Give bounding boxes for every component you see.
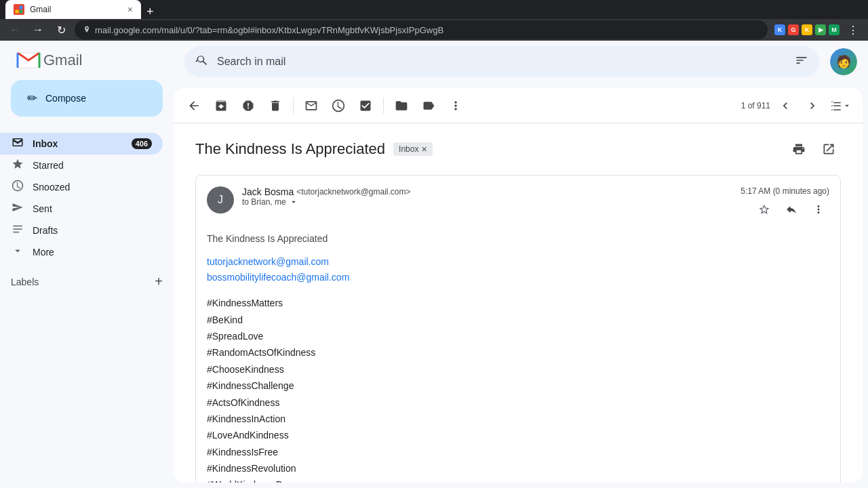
address-bar[interactable]: mail.google.com/mail/u/0/?tab=rm&ogbl#in… xyxy=(75,20,768,39)
label-button[interactable] xyxy=(416,94,441,118)
email-message: J Jack Bosma <tutorjacknetwork@gmail.com… xyxy=(195,175,841,483)
email-timestamp: 5:17 AM (0 minutes ago) xyxy=(741,186,829,196)
search-row: 🧑 xyxy=(174,41,868,83)
hashtag-item: #SpreadLove xyxy=(207,329,829,344)
hashtag-list: #KindnessMatters#BeKind#SpreadLove#Rando… xyxy=(207,296,829,483)
inbox-tag-remove[interactable]: × xyxy=(421,144,427,155)
gmail-logo[interactable]: Gmail xyxy=(16,52,82,69)
reply-button[interactable] xyxy=(781,199,802,220)
email-area: 1 of 911 The Kindness xyxy=(174,88,863,483)
hashtag-item: #ChooseKindness xyxy=(207,362,829,377)
sidebar-item-drafts[interactable]: Drafts xyxy=(0,220,163,241)
move-to-button[interactable] xyxy=(389,94,414,118)
hashtag-item: #KindnessInAction xyxy=(207,411,829,426)
mark-unread-button[interactable] xyxy=(299,94,323,118)
gmail-logo-area: Gmail xyxy=(0,46,174,80)
labels-header[interactable]: Labels + xyxy=(11,274,163,289)
delete-button[interactable] xyxy=(263,94,288,118)
email-link-2[interactable]: bossmobilitylifecoach@gmail.com xyxy=(207,270,829,285)
sent-label: Sent xyxy=(33,203,152,214)
sender-name-row: Jack Bosma <tutorjacknetwork@gmail.com> xyxy=(242,186,732,197)
main-content: 🧑 xyxy=(174,41,868,488)
hashtag-item: #ActsOfKindness xyxy=(207,395,829,410)
more-label: More xyxy=(33,247,152,258)
nav-list: Inbox 406 Starred Snoozed Sent xyxy=(0,133,174,263)
drafts-icon xyxy=(11,223,24,239)
ext-icon-3[interactable]: K xyxy=(802,24,812,35)
compose-icon: ✏ xyxy=(27,91,37,106)
new-tab-button[interactable]: + xyxy=(146,5,154,19)
add-label-button[interactable]: + xyxy=(155,274,163,289)
sent-icon xyxy=(11,201,24,217)
hashtag-item: #LoveAndKindness xyxy=(207,428,829,443)
forward-button[interactable]: → xyxy=(28,20,47,39)
more-chevron-icon xyxy=(11,245,24,260)
ext-icon-5[interactable]: M xyxy=(829,24,840,35)
star-email-button[interactable] xyxy=(753,199,775,220)
url-text: mail.google.com/mail/u/0/?tab=rm&ogbl#in… xyxy=(95,25,443,35)
archive-button[interactable] xyxy=(209,94,233,118)
back-to-inbox-button[interactable] xyxy=(182,94,206,118)
inbox-label: Inbox xyxy=(33,138,123,149)
toolbar-separator-1 xyxy=(293,98,294,114)
view-mode-button[interactable] xyxy=(827,94,854,118)
reload-button[interactable]: ↻ xyxy=(52,20,71,39)
snooze-button[interactable] xyxy=(326,94,351,118)
add-task-button[interactable] xyxy=(353,94,378,118)
labels-title: Labels xyxy=(11,277,39,287)
more-email-button[interactable] xyxy=(808,199,829,220)
profile-button[interactable]: ⋮ xyxy=(844,20,863,39)
svg-rect-2 xyxy=(16,10,19,14)
tab-close-button[interactable]: × xyxy=(127,4,133,15)
ext-icon-4[interactable]: ▶ xyxy=(815,24,826,35)
drafts-label: Drafts xyxy=(33,225,152,236)
labels-section: Labels + xyxy=(0,268,174,295)
hashtag-item: #KindnessMatters xyxy=(207,296,829,310)
toolbar-separator-2 xyxy=(383,98,384,114)
email-to-row[interactable]: to Brian, me xyxy=(242,197,732,207)
back-button[interactable]: ← xyxy=(5,20,24,39)
inbox-icon xyxy=(11,136,24,152)
sidebar-item-inbox[interactable]: Inbox 406 xyxy=(0,133,163,155)
svg-rect-1 xyxy=(20,6,23,9)
sender-name: Jack Bosma xyxy=(242,186,294,197)
open-new-window-button[interactable] xyxy=(816,137,841,161)
active-tab[interactable]: Gmail × xyxy=(5,0,141,19)
hashtag-item: #KindnessIsFree xyxy=(207,445,829,460)
sidebar-item-sent[interactable]: Sent xyxy=(0,198,163,220)
search-bar[interactable] xyxy=(184,46,819,77)
sidebar: Gmail ✏ Compose Inbox 406 S xyxy=(0,41,174,488)
email-link-1[interactable]: tutorjacknetwork@gmail.com xyxy=(207,254,829,269)
email-body: The Kindness Is Appreciated tutorjacknet… xyxy=(207,231,829,483)
search-input[interactable] xyxy=(217,56,787,68)
print-button[interactable] xyxy=(787,137,811,161)
next-email-button[interactable] xyxy=(800,94,825,118)
sender-email: <tutorjacknetwork@gmail.com> xyxy=(296,187,410,197)
prev-email-button[interactable] xyxy=(773,94,797,118)
browser-tabs: Gmail × + xyxy=(0,0,868,19)
hashtag-item: #KindnessChallenge xyxy=(207,378,829,393)
email-right-meta: 5:17 AM (0 minutes ago) xyxy=(741,186,829,220)
search-filter-icon[interactable] xyxy=(795,54,808,70)
compose-button[interactable]: ✏ Compose xyxy=(11,80,163,117)
sender-avatar: J xyxy=(207,186,234,214)
snoozed-label: Snoozed xyxy=(33,182,152,192)
svg-rect-0 xyxy=(16,6,19,9)
browser-toolbar: ← → ↻ mail.google.com/mail/u/0/?tab=rm&o… xyxy=(0,19,868,41)
user-avatar[interactable]: 🧑 xyxy=(830,48,857,75)
compose-label: Compose xyxy=(45,93,86,104)
sidebar-item-starred[interactable]: Starred xyxy=(0,155,163,176)
sidebar-item-snoozed[interactable]: Snoozed xyxy=(0,176,163,198)
pagination-buttons xyxy=(773,94,825,118)
tab-title: Gmail xyxy=(30,5,122,14)
tab-favicon xyxy=(14,4,24,15)
ext-icon-2[interactable]: G xyxy=(788,24,799,35)
snoozed-icon xyxy=(11,180,24,195)
inbox-tag[interactable]: Inbox × xyxy=(393,142,433,156)
email-meta: Jack Bosma <tutorjacknetwork@gmail.com> … xyxy=(242,186,732,207)
report-spam-button[interactable] xyxy=(236,94,260,118)
sidebar-item-more[interactable]: More xyxy=(0,241,163,263)
more-toolbar-button[interactable] xyxy=(443,94,468,118)
email-from-row: J Jack Bosma <tutorjacknetwork@gmail.com… xyxy=(207,186,829,220)
ext-icon-1[interactable]: K xyxy=(774,24,785,35)
